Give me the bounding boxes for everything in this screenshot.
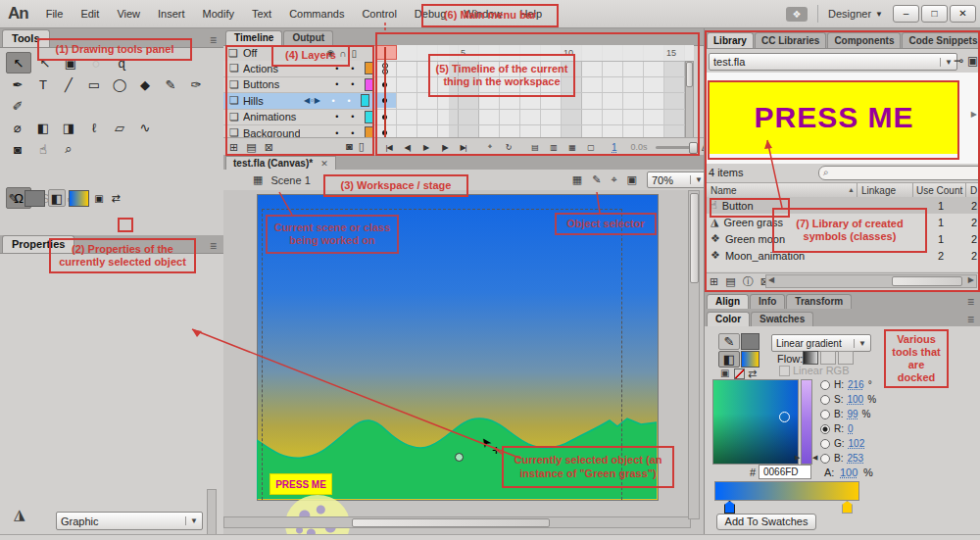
menu-edit[interactable]: Edit [73,5,107,23]
edit-multiple-frames-button[interactable]: ▦ [563,139,581,155]
camera-tool[interactable]: ◙ [6,139,29,159]
layer-visibility-dot[interactable]: • [331,79,343,89]
flow-extend-button[interactable] [803,351,818,365]
layer-outline-color[interactable] [365,111,373,123]
layer-outline-color[interactable] [361,94,369,107]
tab-timeline[interactable]: Timeline [225,30,282,45]
panel-menu-icon[interactable]: ≡ [962,313,979,326]
tab-info[interactable]: Info [750,294,785,309]
line-tool[interactable]: ╱ [57,74,80,94]
current-frame-indicator[interactable]: 1 [612,142,617,153]
gradient-definition-bar[interactable] [714,481,859,501]
column-divider[interactable] [965,183,966,198]
layer-name[interactable]: Buttons [243,78,300,90]
tab-transform[interactable]: Transform [786,294,852,309]
frame-row-animations[interactable] [375,110,694,126]
onion-skin-button[interactable]: ▤ [525,139,544,155]
document-tab[interactable]: test.fla (Canvas)* ✕ [225,156,336,170]
brush-tool[interactable]: ✑ [184,74,208,94]
hue-value[interactable]: 216 [848,379,864,390]
menu-view[interactable]: View [109,5,148,23]
layer-outline-color[interactable] [365,62,373,74]
stroke-color-swatch[interactable] [24,190,45,207]
loop-button[interactable]: ↻ [499,139,517,155]
layer-outline-color[interactable] [365,78,373,91]
step-forward-button[interactable]: |▶ [435,139,454,155]
item-properties-button[interactable]: ⓘ [743,274,754,289]
close-button[interactable]: ✕ [950,5,976,23]
layer-buttons[interactable]: ❏Buttons•• [223,77,375,94]
saturation-radio[interactable] [820,395,830,405]
blue-value[interactable]: 253 [847,453,863,464]
onion-skin-outlines-button[interactable]: ▥ [544,139,563,155]
workspace-icon[interactable]: ❖ [786,7,808,22]
red-value[interactable]: 0 [848,423,854,434]
brightness-radio[interactable] [820,410,830,419]
panel-menu-icon[interactable]: ≡ [205,33,221,47]
close-document-icon[interactable]: ✕ [320,159,328,169]
new-layer-button[interactable]: ⊞ [229,141,238,154]
tab-align[interactable]: Align [707,294,749,309]
red-radio[interactable] [820,424,830,434]
gradient-stop-yellow[interactable] [842,501,853,514]
timeline-zoom-slider[interactable] [656,146,696,149]
paint-bucket-tool[interactable]: ◧ [31,118,55,137]
default-colors-icon[interactable]: ▣ [92,188,106,208]
layer-lock-dot[interactable]: • [347,112,359,122]
pencil-tool[interactable]: ✎ [159,74,182,94]
no-color-icon[interactable] [734,368,745,379]
paint-brush-tool[interactable]: ✐ [6,96,29,116]
swap-colors-icon[interactable]: ⇄ [109,188,122,208]
layer-name[interactable]: Hills [243,95,300,107]
hue-radio[interactable] [820,380,830,390]
menu-text[interactable]: Text [244,5,279,23]
eraser-tool[interactable]: ▱ [108,118,131,137]
tab-output[interactable]: Output [283,30,333,45]
flow-reflect-button[interactable] [820,351,836,365]
column-name[interactable]: Name [710,185,737,196]
scene-name[interactable]: Scene 1 [270,174,310,186]
hex-color-field[interactable]: 0066FD [759,465,811,479]
maximize-button[interactable]: □ [921,5,948,23]
layer-visibility-dot[interactable]: • [327,96,339,106]
frames-scrollbar[interactable] [685,61,694,137]
green-value[interactable]: 102 [849,438,865,449]
tab-code-snippets[interactable]: Code Snippets [902,32,980,48]
column-d[interactable]: D [970,185,977,196]
go-to-last-frame-button[interactable]: ▶| [454,139,472,155]
new-library-panel-icon[interactable]: ▣ [967,54,978,68]
flow-repeat-button[interactable] [838,351,854,365]
brightness-value[interactable]: 99 [847,409,858,419]
alpha-value[interactable]: 100 [840,466,858,478]
stage-vertical-scrollbar[interactable] [688,190,700,519]
ink-bottle-tool[interactable]: ◨ [57,118,80,137]
tab-cc-libraries[interactable]: CC Libraries [755,32,826,48]
layer-visibility-dot[interactable]: • [331,112,343,122]
layer-name[interactable]: Animations [243,111,300,123]
hand-tool[interactable]: ☝ [31,139,55,159]
fill-color-icon[interactable]: ◧ [718,351,740,368]
layer-animations[interactable]: ❏Animations•• [223,110,375,126]
column-linkage[interactable]: Linkage [861,185,896,196]
color-type-dropdown[interactable]: Linear gradient▼ [771,334,871,352]
color-picker-square[interactable] [712,379,799,465]
library-item-name[interactable]: Button [722,200,754,212]
default-colors-icon[interactable]: ▣ [720,368,729,378]
polystar-tool[interactable]: ◆ [133,74,157,94]
play-button[interactable]: ▶ [416,139,435,155]
tab-color[interactable]: Color [707,312,750,326]
column-use-count[interactable]: Use Count [916,185,962,196]
fill-color-swatch[interactable] [69,190,89,207]
playhead-line[interactable] [384,47,386,137]
menu-insert[interactable]: Insert [150,5,193,23]
oval-tool[interactable]: ◯ [108,74,131,94]
fill-gradient-swatch[interactable] [741,351,760,368]
saturation-value[interactable]: 100 [847,394,863,405]
eyedropper-tool[interactable]: ℓ [82,118,106,137]
stage-horizontal-scrollbar[interactable] [223,516,691,528]
tab-swatches[interactable]: Swatches [751,312,813,326]
menu-file[interactable]: File [38,5,72,23]
pen-tool[interactable]: ✒ [6,74,29,94]
library-search-input[interactable]: ⌕ [818,166,980,180]
layer-nav-icons[interactable]: ◀▫▶ [304,96,321,105]
